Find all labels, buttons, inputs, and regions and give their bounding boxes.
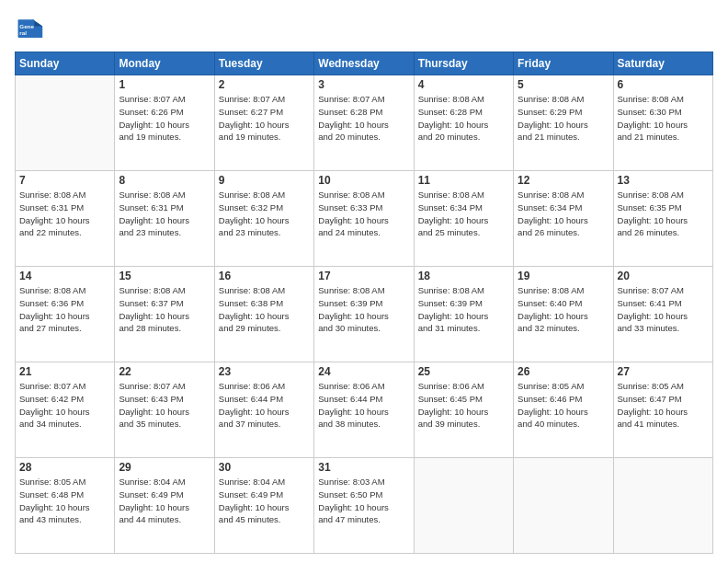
day-info: Sunrise: 8:08 AMSunset: 6:34 PMDaylight:… xyxy=(418,189,509,239)
svg-text:ral: ral xyxy=(19,29,27,36)
day-info: Sunrise: 8:08 AMSunset: 6:28 PMDaylight:… xyxy=(418,93,509,144)
day-number: 23 xyxy=(219,365,310,378)
calendar-cell xyxy=(613,458,712,554)
day-number: 9 xyxy=(219,174,310,187)
day-info: Sunrise: 8:08 AMSunset: 6:33 PMDaylight:… xyxy=(318,189,409,239)
day-number: 8 xyxy=(119,174,210,187)
calendar-cell: 4Sunrise: 8:08 AMSunset: 6:28 PMDaylight… xyxy=(414,75,513,171)
calendar-cell: 29Sunrise: 8:04 AMSunset: 6:49 PMDayligh… xyxy=(115,458,214,554)
day-number: 17 xyxy=(318,270,409,282)
calendar-header-wednesday: Wednesday xyxy=(314,52,414,75)
calendar-cell: 5Sunrise: 8:08 AMSunset: 6:29 PMDaylight… xyxy=(514,75,613,171)
calendar-cell: 19Sunrise: 8:08 AMSunset: 6:40 PMDayligh… xyxy=(514,267,613,362)
day-info: Sunrise: 8:08 AMSunset: 6:35 PMDaylight:… xyxy=(618,189,709,239)
calendar-cell: 30Sunrise: 8:04 AMSunset: 6:49 PMDayligh… xyxy=(214,458,313,554)
day-number: 4 xyxy=(418,78,509,91)
day-info: Sunrise: 8:08 AMSunset: 6:38 PMDaylight:… xyxy=(219,284,310,335)
day-number: 14 xyxy=(19,270,110,282)
day-info: Sunrise: 8:04 AMSunset: 6:49 PMDaylight:… xyxy=(119,476,210,526)
calendar-week-row: 28Sunrise: 8:05 AMSunset: 6:48 PMDayligh… xyxy=(16,458,713,554)
calendar-week-row: 1Sunrise: 8:07 AMSunset: 6:26 PMDaylight… xyxy=(16,75,713,171)
day-info: Sunrise: 8:07 AMSunset: 6:28 PMDaylight:… xyxy=(318,93,409,144)
day-number: 28 xyxy=(19,461,110,474)
calendar-cell: 11Sunrise: 8:08 AMSunset: 6:34 PMDayligh… xyxy=(414,171,513,267)
day-number: 1 xyxy=(119,78,210,91)
calendar-cell: 21Sunrise: 8:07 AMSunset: 6:42 PMDayligh… xyxy=(16,362,115,458)
calendar-cell: 8Sunrise: 8:08 AMSunset: 6:31 PMDaylight… xyxy=(115,171,214,267)
calendar-cell: 14Sunrise: 8:08 AMSunset: 6:36 PMDayligh… xyxy=(16,267,115,362)
calendar-cell xyxy=(514,458,613,554)
day-number: 26 xyxy=(518,365,609,378)
calendar-cell: 20Sunrise: 8:07 AMSunset: 6:41 PMDayligh… xyxy=(613,267,712,362)
day-number: 19 xyxy=(518,270,609,282)
day-info: Sunrise: 8:05 AMSunset: 6:48 PMDaylight:… xyxy=(19,476,110,526)
calendar-cell: 22Sunrise: 8:07 AMSunset: 6:43 PMDayligh… xyxy=(115,362,214,458)
day-number: 18 xyxy=(418,270,509,282)
page: Gene ral SundayMondayTuesdayWednesdayThu… xyxy=(0,0,728,563)
day-number: 15 xyxy=(119,270,210,282)
day-info: Sunrise: 8:08 AMSunset: 6:40 PMDaylight:… xyxy=(518,284,609,335)
calendar-week-row: 21Sunrise: 8:07 AMSunset: 6:42 PMDayligh… xyxy=(16,362,713,458)
calendar-cell: 24Sunrise: 8:06 AMSunset: 6:44 PMDayligh… xyxy=(314,362,414,458)
day-info: Sunrise: 8:08 AMSunset: 6:37 PMDaylight:… xyxy=(119,284,210,335)
day-info: Sunrise: 8:07 AMSunset: 6:26 PMDaylight:… xyxy=(119,93,210,144)
calendar-week-row: 14Sunrise: 8:08 AMSunset: 6:36 PMDayligh… xyxy=(16,267,713,362)
calendar-cell: 23Sunrise: 8:06 AMSunset: 6:44 PMDayligh… xyxy=(214,362,313,458)
day-number: 31 xyxy=(318,461,409,474)
calendar-header-thursday: Thursday xyxy=(414,52,513,75)
day-number: 22 xyxy=(119,365,210,378)
calendar-cell: 15Sunrise: 8:08 AMSunset: 6:37 PMDayligh… xyxy=(115,267,214,362)
calendar-cell: 9Sunrise: 8:08 AMSunset: 6:32 PMDaylight… xyxy=(214,171,313,267)
calendar-cell: 1Sunrise: 8:07 AMSunset: 6:26 PMDaylight… xyxy=(115,75,214,171)
day-number: 20 xyxy=(618,270,709,282)
calendar-header-sunday: Sunday xyxy=(16,52,115,75)
day-info: Sunrise: 8:07 AMSunset: 6:27 PMDaylight:… xyxy=(219,93,310,144)
calendar-header-saturday: Saturday xyxy=(613,52,712,75)
day-number: 10 xyxy=(318,174,409,187)
day-info: Sunrise: 8:06 AMSunset: 6:45 PMDaylight:… xyxy=(418,380,509,431)
calendar-cell: 6Sunrise: 8:08 AMSunset: 6:30 PMDaylight… xyxy=(613,75,712,171)
day-info: Sunrise: 8:08 AMSunset: 6:30 PMDaylight:… xyxy=(618,93,709,144)
day-number: 6 xyxy=(618,78,709,91)
calendar-cell: 2Sunrise: 8:07 AMSunset: 6:27 PMDaylight… xyxy=(214,75,313,171)
calendar-header-monday: Monday xyxy=(115,52,214,75)
day-number: 30 xyxy=(219,461,310,474)
calendar-cell: 25Sunrise: 8:06 AMSunset: 6:45 PMDayligh… xyxy=(414,362,513,458)
day-info: Sunrise: 8:08 AMSunset: 6:29 PMDaylight:… xyxy=(518,93,609,144)
day-number: 29 xyxy=(119,461,210,474)
calendar-cell: 7Sunrise: 8:08 AMSunset: 6:31 PMDaylight… xyxy=(16,171,115,267)
day-number: 12 xyxy=(518,174,609,187)
day-info: Sunrise: 8:05 AMSunset: 6:47 PMDaylight:… xyxy=(618,380,709,431)
calendar-cell: 10Sunrise: 8:08 AMSunset: 6:33 PMDayligh… xyxy=(314,171,414,267)
day-number: 24 xyxy=(318,365,409,378)
calendar-cell: 28Sunrise: 8:05 AMSunset: 6:48 PMDayligh… xyxy=(16,458,115,554)
day-info: Sunrise: 8:07 AMSunset: 6:42 PMDaylight:… xyxy=(19,380,110,431)
day-info: Sunrise: 8:03 AMSunset: 6:50 PMDaylight:… xyxy=(318,476,409,526)
day-info: Sunrise: 8:07 AMSunset: 6:43 PMDaylight:… xyxy=(119,380,210,431)
day-info: Sunrise: 8:08 AMSunset: 6:31 PMDaylight:… xyxy=(19,189,110,239)
calendar-cell: 16Sunrise: 8:08 AMSunset: 6:38 PMDayligh… xyxy=(214,267,313,362)
calendar-cell: 12Sunrise: 8:08 AMSunset: 6:34 PMDayligh… xyxy=(514,171,613,267)
logo: Gene ral xyxy=(15,15,48,44)
day-info: Sunrise: 8:04 AMSunset: 6:49 PMDaylight:… xyxy=(219,476,310,526)
calendar-cell xyxy=(414,458,513,554)
calendar-table: SundayMondayTuesdayWednesdayThursdayFrid… xyxy=(15,52,713,554)
svg-text:Gene: Gene xyxy=(19,23,34,29)
day-number: 11 xyxy=(418,174,509,187)
day-info: Sunrise: 8:06 AMSunset: 6:44 PMDaylight:… xyxy=(318,380,409,431)
calendar-cell: 31Sunrise: 8:03 AMSunset: 6:50 PMDayligh… xyxy=(314,458,414,554)
day-number: 7 xyxy=(19,174,110,187)
calendar-cell: 17Sunrise: 8:08 AMSunset: 6:39 PMDayligh… xyxy=(314,267,414,362)
header: Gene ral xyxy=(15,15,713,44)
day-number: 16 xyxy=(219,270,310,282)
calendar-header-tuesday: Tuesday xyxy=(214,52,313,75)
day-number: 3 xyxy=(318,78,409,91)
calendar-cell: 13Sunrise: 8:08 AMSunset: 6:35 PMDayligh… xyxy=(613,171,712,267)
day-number: 13 xyxy=(618,174,709,187)
day-number: 5 xyxy=(518,78,609,91)
day-number: 2 xyxy=(219,78,310,91)
calendar-cell xyxy=(16,75,115,171)
calendar-cell: 3Sunrise: 8:07 AMSunset: 6:28 PMDaylight… xyxy=(314,75,414,171)
calendar-cell: 26Sunrise: 8:05 AMSunset: 6:46 PMDayligh… xyxy=(514,362,613,458)
day-info: Sunrise: 8:08 AMSunset: 6:39 PMDaylight:… xyxy=(418,284,509,335)
